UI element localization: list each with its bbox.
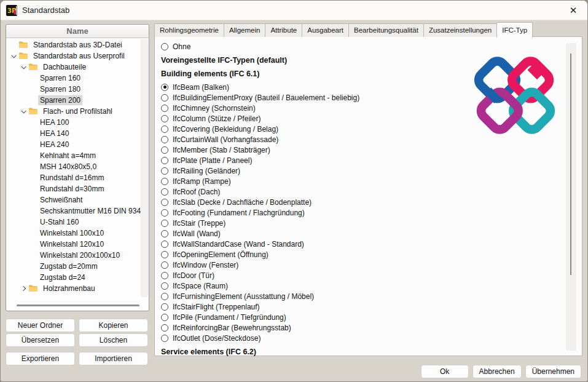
tab-bearbeitungsqualität[interactable]: Bearbeitungsqualität bbox=[348, 23, 424, 37]
tab-ausgabeart[interactable]: Ausgabeart bbox=[302, 23, 349, 37]
übernehmen-button[interactable]: Übernehmen bbox=[525, 365, 581, 378]
chevron-right-icon[interactable] bbox=[18, 287, 28, 290]
tree-item-winkelstahl-100x10[interactable]: Winkelstahl 100x10 bbox=[6, 228, 141, 239]
tab-rohlingsgeometrie[interactable]: Rohlingsgeometrie bbox=[154, 23, 224, 37]
tree-item-sparren-160[interactable]: Sparren 160 bbox=[6, 73, 141, 84]
importieren-button[interactable]: Importieren bbox=[79, 352, 148, 365]
tree-item-dachbauteile[interactable]: Dachbauteile bbox=[6, 62, 141, 73]
tree-item-zugstab-d-20mm[interactable]: Zugstab d=20mm bbox=[6, 261, 141, 272]
chevron-down-icon[interactable] bbox=[18, 109, 28, 113]
tree-horizontal-scrollbar-thumb[interactable] bbox=[17, 304, 139, 306]
ifc-option-ifcstair[interactable]: IfcStair (Treppe) bbox=[161, 218, 582, 228]
radio-icon[interactable] bbox=[161, 293, 168, 300]
ifc-option-ifcwindow[interactable]: IfcWindow (Fenster) bbox=[161, 260, 582, 270]
content-scrollbar-track[interactable] bbox=[566, 43, 576, 351]
tree-item-hea-140[interactable]: HEA 140 bbox=[6, 128, 141, 139]
radio-icon[interactable] bbox=[161, 105, 168, 112]
ifc-option-ifcwall[interactable]: IfcWall (Wand) bbox=[161, 228, 582, 239]
tree-item-standardstab-aus-3d-datei[interactable]: Standardstab aus 3D-Datei bbox=[6, 39, 141, 50]
radio-icon[interactable] bbox=[161, 209, 168, 217]
radio-icon[interactable] bbox=[161, 324, 168, 332]
radio-icon[interactable] bbox=[161, 220, 168, 227]
übersetzen-button[interactable]: Übersetzen bbox=[6, 333, 75, 347]
ifc-option-ohne[interactable]: Ohne bbox=[161, 41, 582, 52]
radio-icon[interactable] bbox=[161, 167, 168, 175]
ifc-option-label: IfcStairFlight (Treppenlauf) bbox=[173, 303, 260, 311]
tree-item-schweißnaht[interactable]: Schweißnaht bbox=[6, 194, 141, 205]
tree-item-holzrahmenbau[interactable]: Holzrahmenbau bbox=[6, 283, 141, 294]
ifc-option-ifcpile[interactable]: IfcPile (Fundament / Tiefgründung) bbox=[161, 312, 582, 322]
tree-item-kehlnaht-a-4mm[interactable]: Kehlnaht a=4mm bbox=[6, 150, 141, 161]
ifc-option-ifcramp[interactable]: IfcRamp (Rampe) bbox=[161, 176, 582, 186]
tab-allgemein[interactable]: Allgemein bbox=[224, 23, 266, 37]
radio-icon[interactable] bbox=[161, 125, 168, 133]
radio-icon[interactable] bbox=[161, 335, 168, 342]
exportieren-button[interactable]: Exportieren bbox=[6, 352, 75, 365]
close-button[interactable]: ✕ bbox=[559, 1, 587, 20]
ifc-option-ifcplate[interactable]: IfcPlate (Platte / Paneel) bbox=[161, 155, 582, 165]
tree-item-sparren-180[interactable]: Sparren 180 bbox=[6, 84, 141, 95]
radio-icon[interactable] bbox=[161, 199, 168, 206]
tree-item-msh-140x80x5-0[interactable]: MSH 140x80x5,0 bbox=[6, 161, 141, 172]
ifc-option-ifcrailing[interactable]: IfcRailing (Geländer) bbox=[161, 165, 582, 176]
radio-icon[interactable] bbox=[161, 43, 168, 50]
ifc-option-label: IfcPile (Fundament / Tiefgründung) bbox=[173, 313, 286, 322]
tree-item-hea-100[interactable]: HEA 100 bbox=[6, 117, 141, 128]
radio-icon[interactable] bbox=[161, 188, 168, 196]
radio-selected-icon[interactable] bbox=[161, 84, 168, 91]
radio-icon[interactable] bbox=[161, 157, 168, 164]
radio-icon[interactable] bbox=[161, 251, 168, 258]
tree-item-winkelstahl-200x100x10[interactable]: Winkelstahl 200x100x10 bbox=[6, 250, 141, 261]
ifc-option-ifcspace[interactable]: IfcSpace (Raum) bbox=[161, 281, 582, 291]
ifc-option-ifcfooting[interactable]: IfcFooting (Fundament / Flachgründung) bbox=[161, 207, 582, 218]
tree-horizontal-scrollbar[interactable] bbox=[7, 302, 140, 308]
radio-icon[interactable] bbox=[161, 282, 168, 290]
löschen-button[interactable]: Löschen bbox=[79, 333, 148, 347]
radio-icon[interactable] bbox=[161, 314, 168, 321]
content-scrollbar-thumb[interactable] bbox=[570, 54, 571, 275]
tree-item-hea-240[interactable]: HEA 240 bbox=[6, 139, 141, 150]
ifc-option-ifcstairflight[interactable]: IfcStairFlight (Treppenlauf) bbox=[161, 301, 582, 312]
heading-service-elements: Service elements (IFC 6.2) bbox=[161, 348, 582, 357]
abbrechen-button[interactable]: Abbrechen bbox=[472, 365, 522, 378]
ifc-option-ifcslab[interactable]: IfcSlab (Decke / Dachfläche / Bodenplatt… bbox=[161, 197, 582, 207]
ok-button[interactable]: Ok bbox=[421, 365, 469, 378]
chevron-down-icon[interactable] bbox=[18, 65, 28, 69]
radio-icon[interactable] bbox=[161, 146, 168, 154]
ifc-option-ifcwallstandardcase[interactable]: IfcWallStandardCase (Wand - Standard) bbox=[161, 239, 582, 249]
tree-item-rundstahl-d-16mm[interactable]: Rundstahl d=16mm bbox=[6, 172, 141, 183]
ifc-option-label: IfcWallStandardCase (Wand - Standard) bbox=[173, 240, 304, 249]
radio-icon[interactable] bbox=[161, 272, 168, 279]
ifc-option-ifcreinforcingbar[interactable]: IfcReinforcingBar (Bewehrungsstab) bbox=[161, 322, 582, 333]
tree-item-sparren-200[interactable]: Sparren 200 bbox=[6, 95, 141, 106]
neuer-ordner-button[interactable]: Neuer Ordner bbox=[6, 319, 75, 332]
radio-icon[interactable] bbox=[161, 136, 168, 143]
ifc-option-ifcdoor[interactable]: IfcDoor (Tür) bbox=[161, 270, 582, 281]
tree-item-sechskantmutter-m16-din-934-8[interactable]: Sechskantmutter M16 DIN 934-8 bbox=[6, 205, 141, 217]
radio-icon[interactable] bbox=[161, 261, 168, 269]
tab-zusatzeinstellungen[interactable]: Zusatzeinstellungen bbox=[423, 23, 497, 37]
radio-icon[interactable] bbox=[161, 178, 168, 185]
tree-item-u-stahl-160[interactable]: U-Stahl 160 bbox=[6, 217, 141, 228]
tab-ifc-typ[interactable]: IFC-Typ bbox=[496, 22, 533, 38]
ifc-option-ifcopeningelement[interactable]: IfcOpeningElement (Öffnung) bbox=[161, 249, 582, 260]
radio-icon[interactable] bbox=[161, 94, 168, 101]
tree-item-flach-und-profilstahl[interactable]: Flach- und Profilstahl bbox=[6, 106, 141, 117]
radio-icon[interactable] bbox=[161, 241, 168, 248]
tree-header[interactable]: Name bbox=[6, 25, 149, 38]
radio-icon[interactable] bbox=[161, 115, 168, 122]
ifc-option-ifcroof[interactable]: IfcRoof (Dach) bbox=[161, 186, 582, 197]
ifc-option-ifcmember[interactable]: IfcMember (Stab / Stabträger) bbox=[161, 145, 582, 155]
tree-item-winkelstahl-120x10[interactable]: Winkelstahl 120x10 bbox=[6, 239, 141, 250]
radio-icon[interactable] bbox=[161, 303, 168, 311]
tree-item-standardstab-aus-userprofil[interactable]: Standardstab aus Userprofil bbox=[6, 50, 141, 62]
tree-item-rundstahl-d-30mm[interactable]: Rundstahl d=30mm bbox=[6, 183, 141, 194]
chevron-down-icon[interactable] bbox=[9, 54, 18, 58]
ifc-option-ifcoutlet[interactable]: IfcOutlet (Dose/Steckdose) bbox=[161, 333, 582, 343]
tree-vertical-scrollbar[interactable] bbox=[141, 39, 148, 297]
radio-icon[interactable] bbox=[161, 230, 168, 237]
tree-item-zugstab-d-24[interactable]: Zugstab d=24 bbox=[6, 272, 141, 283]
tab-attribute[interactable]: Attribute bbox=[265, 23, 302, 37]
kopieren-button[interactable]: Kopieren bbox=[79, 319, 148, 332]
ifc-option-ifcfurnishingelement[interactable]: IfcFurnishingElement (Ausstattung / Möbe… bbox=[161, 291, 582, 301]
